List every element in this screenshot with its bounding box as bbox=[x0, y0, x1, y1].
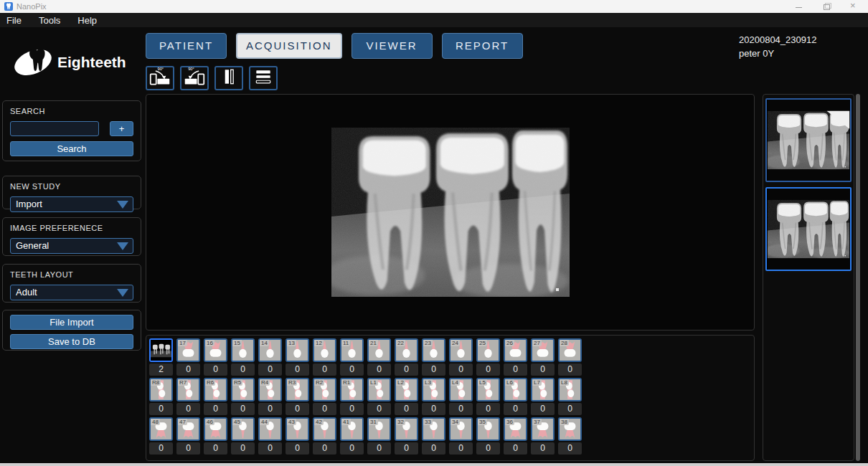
tab-report[interactable]: REPORT bbox=[442, 33, 523, 59]
tooth-cell-36[interactable]: 36 bbox=[504, 417, 527, 441]
study-thumbnail-2[interactable] bbox=[765, 187, 852, 271]
search-button[interactable]: Search bbox=[10, 141, 133, 156]
chevron-down-icon bbox=[117, 289, 128, 297]
tooth-cell-33[interactable]: 33 bbox=[422, 417, 445, 441]
tooth-cell-42[interactable]: 42 bbox=[313, 417, 336, 441]
save-to-db-button[interactable]: Save to DB bbox=[10, 334, 133, 349]
tooth-cell-38[interactable]: 38 bbox=[558, 417, 582, 441]
tooth-cell-48[interactable]: 48 bbox=[149, 417, 173, 441]
tooth-cell-L2[interactable]: L2 bbox=[395, 378, 418, 401]
tooth-cell-25[interactable]: 25 bbox=[476, 338, 500, 362]
image-count-48: 0 bbox=[149, 442, 173, 455]
tab-viewer[interactable]: VIEWER bbox=[352, 33, 433, 59]
add-search-button[interactable]: + bbox=[110, 121, 133, 136]
tooth-cell-43[interactable]: 43 bbox=[286, 417, 309, 441]
tooth-cell-46[interactable]: 46 bbox=[204, 417, 227, 441]
menu-tools[interactable]: Tools bbox=[39, 15, 60, 26]
tooth-number-label: 23 bbox=[423, 340, 433, 346]
tooth-cell-11[interactable]: 11 bbox=[340, 338, 364, 362]
tooth-cell-R2[interactable]: R2 bbox=[313, 378, 336, 401]
acquired-image-cell[interactable] bbox=[149, 338, 173, 362]
flip-horizontal-button[interactable] bbox=[214, 66, 243, 90]
tooth-cell-32[interactable]: 32 bbox=[395, 417, 418, 441]
image-count-35: 0 bbox=[476, 442, 500, 455]
image-preference-section: IMAGE PREFERENECE General bbox=[2, 217, 141, 256]
tooth-cell-23[interactable]: 23 bbox=[422, 338, 445, 362]
tooth-cell-45[interactable]: 45 bbox=[231, 417, 255, 441]
tooth-cell-44[interactable]: 44 bbox=[258, 417, 282, 441]
tooth-cell-34[interactable]: 34 bbox=[449, 417, 473, 441]
tooth-number-label: 43 bbox=[287, 419, 296, 425]
tooth-cell-R7[interactable]: R7 bbox=[176, 378, 200, 401]
tooth-cell-47[interactable]: 47 bbox=[176, 417, 200, 441]
tooth-cell-R8[interactable]: R8 bbox=[149, 378, 173, 401]
teeth-layout-dropdown[interactable]: Adult bbox=[10, 285, 133, 300]
menu-help[interactable]: Help bbox=[77, 15, 97, 26]
tooth-cell-L3[interactable]: L3 bbox=[422, 378, 445, 401]
new-study-dropdown[interactable]: Import bbox=[10, 196, 133, 212]
file-import-button[interactable]: File Import bbox=[10, 315, 133, 330]
image-count-33: 0 bbox=[422, 442, 445, 455]
tab-acquisition[interactable]: ACQUISITION bbox=[236, 33, 342, 59]
rotate-right-90-button[interactable]: 90° bbox=[180, 66, 209, 90]
tooth-cell-R4[interactable]: R4 bbox=[258, 378, 282, 401]
study-thumbnail-1[interactable] bbox=[765, 98, 852, 182]
tooth-number-label: R4 bbox=[260, 379, 270, 386]
rotate-left-90-button[interactable]: 90° bbox=[146, 66, 174, 90]
thumbnail-scrollbar[interactable] bbox=[856, 94, 860, 461]
tooth-cell-22[interactable]: 22 bbox=[395, 338, 418, 362]
thumbnail-xray-image bbox=[767, 189, 850, 270]
close-button[interactable] bbox=[849, 3, 858, 10]
menu-file[interactable]: File bbox=[6, 15, 22, 26]
tooth-cell-17[interactable]: 17 bbox=[176, 338, 200, 362]
minimize-button[interactable] bbox=[795, 3, 803, 10]
restore-button[interactable] bbox=[822, 3, 831, 10]
tooth-cell-41[interactable]: 41 bbox=[340, 417, 364, 441]
tooth-cell-L6[interactable]: L6 bbox=[504, 378, 527, 401]
tooth-cell-15[interactable]: 15 bbox=[231, 338, 255, 362]
tooth-cell-26[interactable]: 26 bbox=[504, 338, 527, 362]
xray-image[interactable] bbox=[331, 95, 570, 330]
tooth-cell-R1[interactable]: R1 bbox=[340, 378, 364, 401]
tooth-row-3: 48474645444342413132333435363738 bbox=[149, 417, 754, 441]
tab-patient[interactable]: PATIENT bbox=[146, 33, 227, 59]
image-count-11: 0 bbox=[340, 363, 364, 376]
tooth-cell-13[interactable]: 13 bbox=[286, 338, 309, 362]
tooth-cell-R5[interactable]: R5 bbox=[231, 378, 255, 401]
image-count-27: 0 bbox=[531, 363, 555, 376]
main-image-viewer[interactable] bbox=[146, 94, 755, 331]
tooth-cell-14[interactable]: 14 bbox=[258, 338, 282, 362]
chevron-down-icon bbox=[117, 201, 128, 209]
tooth-cell-R6[interactable]: R6 bbox=[204, 378, 227, 401]
search-input[interactable] bbox=[10, 121, 99, 136]
image-count-14: 0 bbox=[258, 363, 282, 376]
image-count-21: 0 bbox=[367, 363, 391, 376]
tooth-cell-12[interactable]: 12 bbox=[313, 338, 336, 362]
tooth-cell-L1[interactable]: L1 bbox=[367, 378, 391, 401]
image-count-36: 0 bbox=[504, 442, 527, 455]
tooth-cell-L8[interactable]: L8 bbox=[558, 378, 582, 401]
flip-vertical-button[interactable] bbox=[249, 66, 278, 90]
tooth-cell-24[interactable]: 24 bbox=[449, 338, 473, 362]
rotate-right-icon: 90° bbox=[181, 66, 207, 90]
tooth-cell-L7[interactable]: L7 bbox=[531, 378, 555, 401]
tooth-number-label: 25 bbox=[478, 340, 487, 346]
image-count-R5: 0 bbox=[231, 403, 255, 415]
tooth-number-label: 13 bbox=[287, 340, 296, 346]
tooth-number-label: L2 bbox=[396, 379, 405, 386]
tooth-number-label: 38 bbox=[560, 419, 569, 425]
tooth-cell-16[interactable]: 16 bbox=[204, 338, 227, 362]
title-bar: NanoPix bbox=[0, 0, 868, 13]
search-section: SEARCH + Search bbox=[2, 100, 141, 161]
tooth-cell-R3[interactable]: R3 bbox=[286, 378, 309, 401]
tooth-cell-37[interactable]: 37 bbox=[531, 417, 555, 441]
tooth-cell-35[interactable]: 35 bbox=[476, 417, 500, 441]
tooth-cell-21[interactable]: 21 bbox=[367, 338, 391, 362]
tooth-cell-31[interactable]: 31 bbox=[367, 417, 391, 441]
tooth-cell-27[interactable]: 27 bbox=[531, 338, 555, 362]
tooth-cell-L4[interactable]: L4 bbox=[449, 378, 473, 401]
image-preference-dropdown[interactable]: General bbox=[10, 238, 133, 254]
thumbnail-xray-image bbox=[767, 100, 850, 181]
tooth-cell-28[interactable]: 28 bbox=[558, 338, 582, 362]
tooth-cell-L5[interactable]: L5 bbox=[476, 378, 500, 401]
